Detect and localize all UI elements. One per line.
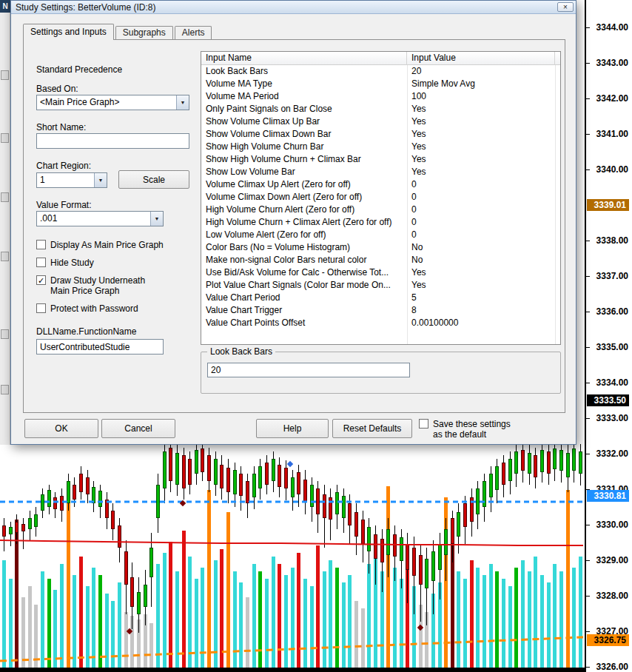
window-menu-fragment: N — [0, 0, 10, 13]
input-name-cell: Use Bid/Ask Volume for Calc - Otherwise … — [206, 266, 404, 279]
table-row[interactable]: Show Volume Climax Down BarYes — [201, 128, 560, 141]
checkbox-box[interactable] — [36, 258, 46, 267]
input-name-cell: Value Chart Trigger — [206, 304, 404, 317]
table-row[interactable]: High Volume Churn + Climax Alert (Zero f… — [201, 216, 560, 229]
chevron-down-icon[interactable]: ▼ — [150, 212, 163, 226]
save-settings-checkbox[interactable]: Save these settings as the default — [419, 418, 589, 440]
tab-alerts[interactable]: Alerts — [175, 26, 212, 39]
price-tick — [586, 134, 590, 135]
inputs-table[interactable]: Input Name Input Value Look Back Bars20V… — [201, 51, 561, 345]
checkbox-draw-study-underneath[interactable]: ✓Draw Study Underneath Main Price Graph — [36, 275, 206, 297]
chevron-down-icon[interactable]: ▼ — [176, 95, 189, 110]
save-settings-label: Save these settings as the default — [433, 419, 511, 440]
table-row[interactable]: Volume MA Period100 — [201, 90, 560, 103]
checkbox-box[interactable] — [36, 240, 46, 249]
value-format-select[interactable]: .001 ▼ — [36, 211, 164, 226]
input-name-cell: Volume Climax Down Alert (Zero for off) — [206, 191, 404, 204]
price-tick — [586, 454, 590, 454]
input-value-cell: Yes — [411, 115, 426, 128]
dashed-orange-trend-line — [0, 637, 583, 661]
app-edge-strip: N — [0, 0, 10, 445]
table-row[interactable]: Show Low Volume BarYes — [201, 166, 560, 178]
price-tick — [586, 169, 590, 170]
price-label: 3329.00 — [596, 555, 628, 565]
column-header-input-name[interactable]: Input Name — [201, 52, 407, 65]
input-value-cell: 0 — [411, 204, 417, 216]
value-format-value: .001 — [40, 212, 57, 226]
dll-function-label: DLLName.FunctionName — [36, 326, 136, 337]
table-row[interactable]: Look Back Bars20 — [201, 65, 560, 78]
table-row[interactable]: Volume Climax Down Alert (Zero for off)0 — [201, 191, 560, 204]
tab-subgraphs[interactable]: Subgraphs — [115, 26, 173, 39]
table-row[interactable]: Low Volume Alert (Zero for off)0 — [201, 229, 560, 241]
chart-region-select[interactable]: 1 ▼ — [36, 172, 107, 188]
help-button[interactable]: Help — [256, 419, 329, 438]
checkbox-box[interactable] — [419, 419, 428, 429]
volume-ma-line — [0, 540, 583, 545]
price-highlight: 3330.81 — [587, 490, 629, 502]
app-window: N 3344.003343.003342.003341.003340.00333… — [0, 0, 632, 672]
table-row[interactable]: High Volume Churn Alert (Zero for off)0 — [201, 204, 560, 216]
table-header: Input Name Input Value — [201, 52, 560, 65]
based-on-select[interactable]: <Main Price Graph> ▼ — [36, 95, 189, 110]
price-scale[interactable]: 3344.003343.003342.003341.003340.003338.… — [585, 0, 632, 672]
price-highlight: 3333.50 — [587, 394, 629, 406]
input-value-cell: 0 — [411, 178, 417, 191]
price-tick — [586, 276, 590, 277]
price-tick — [586, 560, 590, 561]
table-row[interactable]: Show High Volume Churn BarYes — [201, 141, 560, 153]
table-row[interactable]: Only Paint Signals on Bar CloseYes — [201, 103, 560, 115]
checkbox-box[interactable]: ✓ — [36, 275, 46, 285]
input-value-cell: Yes — [411, 153, 426, 166]
input-name-cell: Value Chart Points Offset — [206, 317, 404, 329]
table-row[interactable]: Value Chart Period5 — [201, 292, 560, 304]
ok-button[interactable]: OK — [24, 419, 98, 438]
price-tick — [586, 63, 590, 64]
table-row[interactable]: Volume Climax Up Alert (Zero for off)0 — [201, 178, 560, 191]
price-tick — [586, 27, 590, 28]
cancel-button[interactable]: Cancel — [101, 419, 175, 438]
table-row[interactable]: Color Bars (No = Volume Histogram)No — [201, 241, 560, 254]
toolbar-fragment — [1, 385, 9, 394]
table-row[interactable]: Show High Volume Churn + Climax BarYes — [201, 153, 560, 166]
input-value-cell: 100 — [411, 90, 426, 103]
table-row[interactable]: Show Volume Climax Up BarYes — [201, 115, 560, 128]
close-button[interactable]: × — [557, 2, 574, 12]
tab-bar: Settings and InputsSubgraphsAlerts — [23, 24, 213, 40]
table-row[interactable]: Make non-signal Color Bars netural color… — [201, 254, 560, 266]
lookback-input[interactable] — [207, 363, 410, 377]
table-row[interactable]: Use Bid/Ask Volume for Calc - Otherwise … — [201, 266, 560, 279]
table-row[interactable]: Value Chart Trigger8 — [201, 304, 560, 317]
dll-function-input[interactable] — [36, 339, 164, 355]
input-value-cell: Yes — [411, 103, 426, 115]
table-row[interactable]: Plot Value Chart Signals (Color Bar mode… — [201, 279, 560, 292]
price-label: 3343.00 — [596, 58, 628, 68]
scale-button[interactable]: Scale — [118, 170, 189, 189]
chevron-down-icon[interactable]: ▼ — [94, 173, 107, 187]
input-name-cell: Color Bars (No = Volume Histogram) — [206, 241, 404, 254]
column-header-input-value[interactable]: Input Value — [407, 52, 555, 65]
chart-region-value: 1 — [40, 173, 45, 187]
study-settings-dialog: Study Settings: BetterVolume (ID:8) × Se… — [10, 0, 576, 445]
price-tick — [586, 347, 590, 348]
input-name-cell: Plot Value Chart Signals (Color Bar mode… — [206, 279, 404, 292]
input-value-cell: 0.00100000 — [411, 317, 458, 329]
table-row[interactable]: Value Chart Points Offset0.00100000 — [201, 317, 560, 329]
price-tick — [586, 525, 590, 525]
input-name-cell: Make non-signal Color Bars netural color — [206, 254, 404, 266]
table-row[interactable]: Volume MA TypeSimple Mov Avg — [201, 78, 560, 90]
lookback-group: Look Back Bars — [201, 352, 561, 394]
input-value-cell: 0 — [411, 191, 417, 204]
checkbox-protect-with-password[interactable]: Protect with Password — [36, 303, 206, 325]
price-label: 3335.00 — [596, 342, 628, 352]
reset-defaults-button[interactable]: Reset Defaults — [332, 419, 412, 438]
price-tick — [586, 241, 590, 241]
tab-settings-and-inputs[interactable]: Settings and Inputs — [23, 24, 114, 40]
checkbox-box[interactable] — [36, 303, 46, 313]
short-name-input[interactable] — [36, 133, 189, 149]
dialog-titlebar[interactable]: Study Settings: BetterVolume (ID:8) × — [11, 1, 576, 14]
price-label: 3326.00 — [596, 662, 628, 672]
dialog-title: Study Settings: BetterVolume (ID:8) — [16, 2, 155, 13]
price-label: 3338.00 — [596, 235, 628, 246]
input-name-cell: Volume MA Period — [206, 90, 404, 103]
